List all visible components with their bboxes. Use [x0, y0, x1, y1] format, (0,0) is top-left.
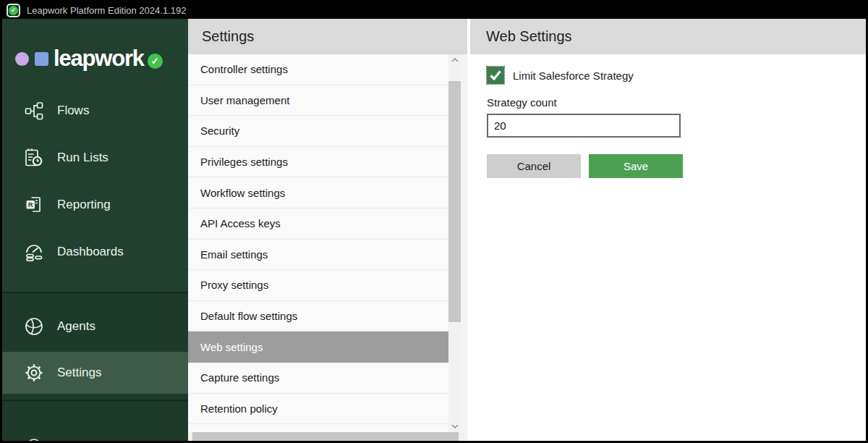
sidebar-item-label: Reporting [57, 198, 111, 212]
sidebar-item-dashboards[interactable]: Dashboards [2, 228, 188, 275]
main-area: leapwork ✓ Flows [2, 19, 866, 441]
green-check-icon: ✓ [9, 6, 18, 15]
sidebar-nav-top: Flows Run Lists [2, 87, 188, 275]
settings-list: Controller settings User management Secu… [188, 54, 448, 432]
sidebar-item-label: Flows [57, 104, 89, 118]
checkmark-icon [490, 70, 501, 80]
limit-salesforce-strategy-checkbox[interactable] [487, 67, 504, 84]
list-item-api-access-keys[interactable]: API Access keys [188, 208, 448, 240]
scrollbar-thumb[interactable] [448, 81, 461, 322]
list-item-privileges-settings[interactable]: Privileges settings [188, 147, 448, 178]
sidebar-item-label: Support [57, 439, 101, 441]
vertical-scrollbar[interactable] [448, 54, 461, 432]
web-settings-content: Limit Salesforce Strategy Strategy count… [470, 54, 866, 178]
sidebar-divider [2, 400, 188, 401]
dashboards-icon [24, 242, 44, 262]
sidebar-item-flows[interactable]: Flows [2, 87, 188, 134]
strategy-count-label: Strategy count [487, 96, 866, 109]
list-item-retention-policy[interactable]: Retention policy [188, 394, 448, 425]
logo-circle-icon [15, 52, 29, 66]
scrollbar-track[interactable] [448, 66, 461, 421]
sidebar-item-label: Agents [57, 319, 95, 334]
panel-edge-gap [461, 54, 467, 432]
sidebar-item-label: Run Lists [57, 151, 109, 165]
gear-icon [24, 363, 44, 383]
logo-square-icon [35, 52, 48, 66]
web-settings-header: Web Settings [470, 19, 866, 54]
sidebar-item-settings[interactable]: Settings [2, 352, 188, 394]
sidebar-item-label: Dashboards [57, 245, 124, 259]
action-buttons: Cancel Save [487, 154, 866, 178]
headset-icon [24, 436, 44, 441]
checkbox-label: Limit Salesforce Strategy [513, 69, 634, 82]
settings-list-body: Controller settings User management Secu… [188, 54, 467, 432]
app-icon: ✓ [7, 4, 20, 17]
sidebar-item-support[interactable]: Support [2, 427, 188, 441]
cancel-button[interactable]: Cancel [487, 154, 581, 178]
check-circle-icon: ✓ [148, 54, 163, 69]
chevron-down-icon[interactable] [448, 421, 461, 432]
sidebar-item-run-lists[interactable]: Run Lists [2, 134, 188, 181]
sidebar-nav-bottom: Agents Settings [2, 293, 188, 441]
sidebar-item-reporting[interactable]: R Reporting [2, 181, 188, 228]
save-button[interactable]: Save [589, 154, 683, 178]
horizontal-scrollbar[interactable] [188, 432, 467, 441]
agents-icon [24, 316, 44, 337]
list-item-workflow-settings[interactable]: Workflow settings [188, 177, 448, 208]
svg-text:R: R [28, 201, 33, 208]
list-item-proxy-settings[interactable]: Proxy settings [188, 270, 448, 301]
list-item-capture-settings[interactable]: Capture settings [188, 363, 448, 394]
title-bar: ✓ Leapwork Platform Edition 2024.1.192 [2, 2, 866, 19]
reporting-icon: R [24, 195, 44, 215]
list-item-email-settings[interactable]: Email settings [188, 240, 448, 271]
list-item-web-settings[interactable]: Web settings [188, 332, 448, 363]
settings-panel-title: Settings [188, 28, 254, 45]
web-settings-panel: Web Settings Limit Salesforce Strategy S… [470, 19, 866, 441]
list-item-controller-settings[interactable]: Controller settings [188, 54, 448, 85]
web-settings-title: Web Settings [470, 28, 572, 45]
app-window: ✓ Leapwork Platform Edition 2024.1.192 l… [0, 0, 868, 443]
strategy-count-input[interactable] [487, 114, 681, 138]
window-title: Leapwork Platform Edition 2024.1.192 [27, 5, 186, 16]
limit-salesforce-strategy-row: Limit Salesforce Strategy [487, 67, 866, 84]
list-item-security[interactable]: Security [188, 116, 448, 147]
list-item-default-flow-settings[interactable]: Default flow settings [188, 301, 448, 332]
sidebar: leapwork ✓ Flows [2, 19, 188, 441]
sidebar-item-agents[interactable]: Agents [2, 307, 188, 346]
flows-icon [24, 101, 44, 121]
settings-list-panel: Settings Controller settings User manage… [188, 19, 467, 441]
sidebar-item-label: Settings [57, 366, 101, 380]
logo-wordmark: leapwork [54, 46, 144, 72]
sidebar-spacer [2, 275, 188, 292]
leapwork-logo: leapwork ✓ [2, 38, 188, 80]
chevron-up-icon[interactable] [448, 54, 461, 66]
list-item-user-management[interactable]: User management [188, 85, 448, 117]
settings-panel-header: Settings [188, 19, 467, 54]
horizontal-scrollbar-thumb[interactable] [192, 432, 459, 441]
run-lists-icon [24, 148, 44, 168]
